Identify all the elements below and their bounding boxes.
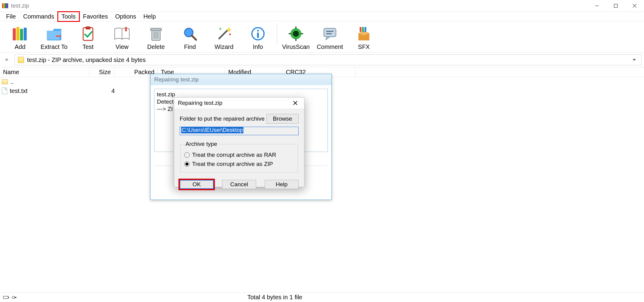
tool-label: Find	[184, 43, 196, 50]
tool-label: Delete	[147, 43, 165, 50]
bug-icon	[287, 25, 305, 42]
dialog-titlebar[interactable]: Repairing test.zip	[174, 98, 304, 108]
up-button[interactable]	[2, 56, 11, 64]
menu-commands[interactable]: Commands	[19, 12, 58, 21]
menu-tools[interactable]: Tools	[58, 12, 80, 21]
app-icon	[2, 2, 8, 9]
svg-rect-10	[16, 27, 19, 40]
svg-point-25	[219, 28, 221, 30]
tool-comment[interactable]: Comment	[313, 25, 347, 50]
col-name[interactable]: Name	[0, 67, 90, 77]
svg-rect-46	[15, 297, 16, 298]
dialog-titlebar[interactable]: Repairing test.zip	[151, 74, 331, 85]
svg-rect-42	[364, 27, 366, 32]
trash-icon	[147, 25, 165, 42]
radio-icon	[184, 152, 190, 158]
svg-rect-12	[24, 28, 27, 40]
box-books-icon	[355, 25, 373, 42]
tool-info[interactable]: Info	[241, 25, 275, 50]
tool-label: Wizard	[215, 43, 233, 50]
folder-open-icon	[45, 25, 63, 42]
menu-file[interactable]: File	[2, 12, 19, 21]
col-size[interactable]: Size	[90, 67, 114, 77]
svg-rect-15	[86, 26, 90, 29]
svg-rect-6	[614, 4, 618, 8]
radio-rar[interactable]: Treat the corrupt archive as RAR	[184, 150, 294, 160]
svg-rect-18	[151, 28, 161, 31]
tool-virusscan[interactable]: VirusScan	[279, 25, 313, 50]
svg-line-23	[192, 36, 196, 40]
svg-rect-13	[56, 36, 61, 37]
chevron-down-icon[interactable]	[630, 56, 638, 64]
svg-rect-2	[5, 3, 6, 8]
status-icons	[3, 295, 17, 300]
minimize-button[interactable]	[588, 0, 606, 11]
svg-rect-4	[7, 3, 8, 8]
tool-find[interactable]: Find	[173, 25, 207, 50]
menubar: File Commands Tools Favorites Options He…	[0, 12, 644, 21]
svg-rect-1	[3, 3, 5, 8]
window-controls	[588, 0, 644, 11]
window-title: test.zip	[11, 2, 29, 9]
svg-rect-44	[8, 297, 9, 298]
svg-rect-16	[125, 27, 127, 31]
info-icon	[249, 25, 267, 42]
tool-label: SFX	[358, 43, 370, 50]
maximize-button[interactable]	[606, 0, 625, 11]
tool-wizard[interactable]: Wizard	[207, 25, 241, 50]
dialog-title: Repairing test.zip	[178, 100, 222, 106]
help-button[interactable]: Help	[265, 180, 299, 189]
cell-name: test.txt	[10, 88, 90, 94]
toolbar-separator	[277, 23, 277, 44]
tool-label: Info	[253, 43, 263, 50]
tool-label: VirusScan	[282, 43, 310, 50]
svg-rect-43	[3, 296, 8, 299]
ok-button[interactable]: OK	[180, 180, 214, 189]
svg-rect-9	[13, 28, 16, 40]
svg-rect-40	[360, 27, 361, 32]
magnifier-icon	[181, 25, 199, 42]
radio-label: Treat the corrupt archive as RAR	[192, 152, 276, 158]
wand-icon	[215, 25, 233, 42]
cell-size: 4	[90, 88, 115, 94]
archive-type-group: Archive type Treat the corrupt archive a…	[180, 141, 298, 173]
path-value: C:\Users\IEUser\Desktop	[181, 127, 243, 133]
address-row: test.zip - ZIP archive, unpacked size 4 …	[0, 53, 644, 67]
titlebar: test.zip	[0, 0, 644, 12]
svg-point-31	[293, 31, 299, 37]
tool-extract[interactable]: Extract To	[37, 25, 71, 50]
books-icon	[11, 25, 29, 42]
winrar-window: test.zip File Commands Tools Favorites O…	[0, 0, 644, 302]
tool-delete[interactable]: Delete	[139, 25, 173, 50]
svg-rect-36	[324, 28, 336, 37]
status-total: Total 4 bytes in 1 file	[247, 294, 302, 301]
toolbar: Add Extract To Test View Delete Find Wiz…	[0, 21, 644, 53]
close-button[interactable]	[290, 99, 300, 107]
menu-options[interactable]: Options	[111, 12, 140, 21]
file-icon	[2, 88, 7, 94]
address-field[interactable]: test.zip - ZIP archive, unpacked size 4 …	[15, 54, 642, 65]
radio-label: Treat the corrupt archive as ZIP	[192, 161, 273, 167]
tool-view[interactable]: View	[105, 25, 139, 50]
clipboard-check-icon	[79, 25, 97, 42]
radio-icon	[184, 161, 190, 167]
tool-label: Extract To	[41, 43, 68, 50]
svg-rect-3	[6, 3, 7, 8]
tool-add[interactable]: Add	[3, 25, 37, 50]
tool-label: Comment	[317, 43, 343, 50]
cancel-button[interactable]: Cancel	[222, 180, 256, 189]
svg-point-45	[12, 296, 15, 299]
browse-button[interactable]: Browse	[266, 114, 299, 124]
group-label: Archive type	[184, 141, 219, 147]
svg-rect-29	[257, 33, 259, 38]
tool-test[interactable]: Test	[71, 25, 105, 50]
svg-point-26	[229, 33, 231, 35]
address-text: test.zip - ZIP archive, unpacked size 4 …	[27, 57, 146, 63]
svg-line-24	[219, 29, 228, 39]
radio-zip[interactable]: Treat the corrupt archive as ZIP	[184, 160, 294, 169]
close-button[interactable]	[625, 0, 644, 11]
menu-help[interactable]: Help	[140, 12, 159, 21]
tool-sfx[interactable]: SFX	[347, 25, 381, 50]
menu-favorites[interactable]: Favorites	[79, 12, 111, 21]
repair-folder-input[interactable]: C:\Users\IEUser\Desktop	[180, 127, 299, 135]
